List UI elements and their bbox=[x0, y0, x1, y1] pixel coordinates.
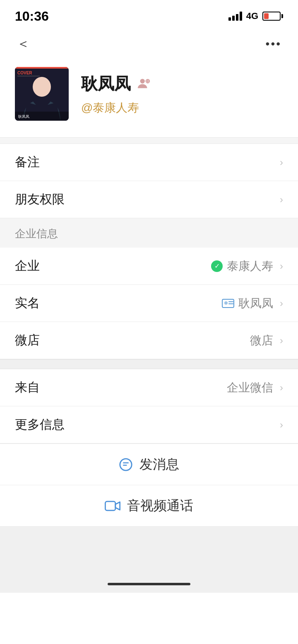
profile-name-row: 耿凤凤 bbox=[81, 72, 151, 95]
from-value: 企业微信 bbox=[227, 380, 273, 396]
microstore-value: 微店 bbox=[250, 333, 273, 348]
section-divider-1 bbox=[0, 137, 298, 144]
bottom-area bbox=[0, 527, 298, 593]
svg-rect-16 bbox=[105, 501, 115, 510]
beizhu-right: › bbox=[280, 157, 283, 168]
video-icon bbox=[105, 499, 120, 513]
microstore-right: 微店 › bbox=[250, 333, 283, 348]
video-call-button[interactable]: 音视频通话 bbox=[0, 485, 298, 527]
microstore-item[interactable]: 微店 微店 › bbox=[0, 322, 298, 359]
profile-section: COVER 耿凤凤 耿凤凤 @泰康人寿 bbox=[0, 59, 298, 137]
svg-point-12 bbox=[224, 301, 228, 305]
video-camera-icon bbox=[105, 499, 120, 513]
battery-icon bbox=[262, 12, 283, 21]
enterprise-value: 泰康人寿 bbox=[227, 258, 273, 274]
signal-icon bbox=[228, 12, 242, 21]
realname-value-row: 耿凤凤 bbox=[222, 296, 273, 311]
chevron-icon: › bbox=[280, 194, 283, 205]
message-icon bbox=[119, 458, 133, 472]
beizhu-label: 备注 bbox=[15, 154, 40, 171]
back-button[interactable]: ＜ bbox=[12, 31, 34, 57]
profile-company: @泰康人寿 bbox=[81, 100, 151, 116]
more-info-item[interactable]: 更多信息 › bbox=[0, 406, 298, 444]
action-section: 发消息 音视频通话 bbox=[0, 444, 298, 527]
realname-label: 实名 bbox=[15, 295, 40, 312]
from-item[interactable]: 来自 企业微信 › bbox=[0, 369, 298, 406]
enterprise-right: ✓ 泰康人寿 › bbox=[211, 258, 283, 274]
avatar-image: COVER 耿凤凤 bbox=[15, 67, 69, 121]
beizhu-item[interactable]: 备注 › bbox=[0, 144, 298, 181]
status-bar: 10:36 4G bbox=[0, 0, 298, 29]
profile-name: 耿凤凤 bbox=[81, 72, 131, 95]
chevron-icon: › bbox=[280, 419, 283, 431]
more-info-right: › bbox=[280, 419, 283, 431]
avatar: COVER 耿凤凤 bbox=[15, 67, 69, 121]
svg-point-7 bbox=[140, 79, 145, 83]
enterprise-label: 企业 bbox=[15, 258, 40, 274]
more-info-label: 更多信息 bbox=[15, 416, 65, 433]
profile-info: 耿凤凤 @泰康人寿 bbox=[81, 72, 151, 116]
from-right: 企业微信 › bbox=[227, 380, 283, 396]
nav-bar: ＜ ••• bbox=[0, 29, 298, 59]
enterprise-section-header: 企业信息 bbox=[0, 218, 298, 248]
chevron-icon: › bbox=[280, 335, 283, 346]
more-button[interactable]: ••• bbox=[262, 33, 286, 55]
enterprise-value-row: ✓ 泰康人寿 bbox=[211, 258, 273, 274]
svg-text:COVER: COVER bbox=[17, 71, 32, 75]
chevron-icon: › bbox=[280, 260, 283, 272]
home-indicator bbox=[108, 583, 190, 585]
id-card-icon bbox=[222, 298, 234, 308]
enterprise-section-label: 企业信息 bbox=[15, 227, 58, 240]
chevron-icon: › bbox=[280, 298, 283, 309]
svg-point-4 bbox=[33, 77, 51, 97]
network-label: 4G bbox=[246, 11, 258, 21]
friend-permission-item[interactable]: 朋友权限 › bbox=[0, 181, 298, 218]
svg-point-15 bbox=[120, 458, 132, 470]
realname-item[interactable]: 实名 耿凤凤 › bbox=[0, 285, 298, 322]
svg-rect-1 bbox=[15, 67, 69, 69]
contact-icon bbox=[137, 76, 151, 91]
thick-divider bbox=[0, 359, 298, 369]
svg-text:耿凤凤: 耿凤凤 bbox=[18, 114, 29, 119]
microstore-label: 微店 bbox=[15, 332, 40, 349]
friend-permission-right: › bbox=[280, 194, 283, 205]
chevron-icon: › bbox=[280, 157, 283, 168]
realname-value: 耿凤凤 bbox=[238, 296, 273, 311]
send-message-label: 发消息 bbox=[139, 456, 179, 474]
video-call-label: 音视频通话 bbox=[127, 497, 193, 515]
chevron-icon: › bbox=[280, 382, 283, 394]
shield-icon: ✓ bbox=[211, 260, 223, 272]
send-message-button[interactable]: 发消息 bbox=[0, 444, 298, 485]
realname-right: 耿凤凤 › bbox=[222, 296, 283, 311]
status-time: 10:36 bbox=[15, 9, 49, 24]
from-label: 来自 bbox=[15, 379, 40, 396]
status-icons: 4G bbox=[228, 11, 283, 21]
chat-bubble-icon bbox=[119, 458, 133, 472]
enterprise-item[interactable]: 企业 ✓ 泰康人寿 › bbox=[0, 248, 298, 285]
friend-permission-label: 朋友权限 bbox=[15, 191, 65, 208]
